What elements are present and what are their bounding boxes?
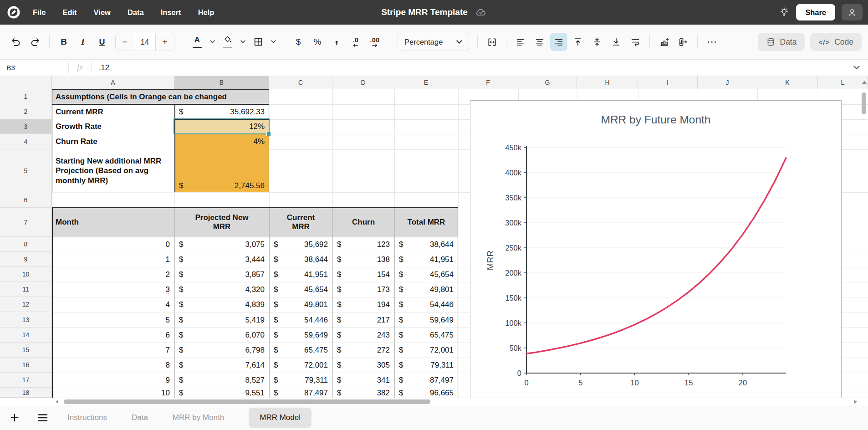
align-top-button[interactable] bbox=[569, 33, 587, 51]
column-header-F[interactable]: F bbox=[458, 76, 518, 89]
more-tools-button[interactable]: ⋯ bbox=[703, 33, 720, 51]
cell-A12[interactable]: 4 bbox=[52, 297, 174, 312]
cell-D9[interactable]: $138 bbox=[332, 252, 394, 267]
cell-B12[interactable]: $4,839 bbox=[174, 297, 269, 312]
font-size-decrease-button[interactable]: − bbox=[116, 33, 134, 51]
cell-C15[interactable]: $65,475 bbox=[269, 343, 332, 358]
column-header-A[interactable]: A bbox=[52, 76, 174, 89]
menu-file[interactable]: File bbox=[33, 8, 46, 17]
align-right-button[interactable] bbox=[550, 33, 567, 51]
cell-D8[interactable]: $123 bbox=[332, 237, 394, 252]
sheet-tab-mrr-by-month[interactable]: MRR by Month bbox=[173, 413, 224, 422]
cell-E17[interactable]: $87,497 bbox=[394, 373, 458, 388]
cell-D10[interactable]: $154 bbox=[332, 267, 394, 282]
cell-A18[interactable]: 10 bbox=[52, 388, 174, 398]
row-header-18[interactable]: 18 bbox=[0, 388, 52, 398]
menu-help[interactable]: Help bbox=[198, 8, 214, 17]
row-header-10[interactable]: 10 bbox=[0, 267, 52, 282]
row-header-6[interactable]: 6 bbox=[0, 192, 52, 208]
borders-dropdown[interactable] bbox=[269, 33, 278, 51]
row-header-11[interactable]: 11 bbox=[0, 282, 52, 297]
row-header-1[interactable]: 1 bbox=[0, 89, 52, 104]
currency-format-button[interactable]: $ bbox=[290, 33, 307, 51]
cell-E9[interactable]: $41,951 bbox=[394, 252, 458, 267]
cell-D12[interactable]: $194 bbox=[332, 297, 394, 312]
fill-color-dropdown[interactable] bbox=[238, 33, 248, 51]
cell-C12[interactable]: $49,801 bbox=[269, 297, 332, 312]
cell-A4[interactable]: Churn Rate bbox=[52, 134, 174, 149]
cell-C16[interactable]: $72,001 bbox=[269, 358, 332, 373]
menu-view[interactable]: View bbox=[94, 8, 111, 17]
column-header-L[interactable]: L bbox=[818, 76, 868, 89]
cell-B2[interactable]: $35,692.33 bbox=[174, 104, 269, 119]
row-header-9[interactable]: 9 bbox=[0, 252, 52, 267]
menu-data[interactable]: Data bbox=[128, 8, 144, 17]
chart-panel[interactable]: MRR by Future Month 050k100k150k200k250k… bbox=[470, 100, 842, 398]
cell-B5[interactable]: $2,745.56 bbox=[174, 149, 269, 192]
cell-B11[interactable]: $4,320 bbox=[174, 282, 269, 297]
cell-A3[interactable]: Growth Rate bbox=[52, 119, 174, 134]
row-header-16[interactable]: 16 bbox=[0, 358, 52, 373]
text-color-button[interactable]: A bbox=[189, 33, 206, 51]
row-header-3[interactable]: 3 bbox=[0, 119, 52, 134]
row-header-4[interactable]: 4 bbox=[0, 134, 52, 149]
cell-A17[interactable]: 9 bbox=[52, 373, 174, 388]
column-header-J[interactable]: J bbox=[698, 76, 757, 89]
share-button[interactable]: Share bbox=[796, 4, 835, 20]
table-header-month[interactable]: Month bbox=[52, 208, 174, 237]
cell-A11[interactable]: 3 bbox=[52, 282, 174, 297]
cell-C10[interactable]: $41,951 bbox=[269, 267, 332, 282]
lightbulb-icon[interactable] bbox=[779, 7, 790, 18]
column-header-E[interactable]: E bbox=[394, 76, 458, 89]
pivot-table-button[interactable] bbox=[674, 33, 692, 51]
column-header-G[interactable]: G bbox=[518, 76, 577, 89]
comma-format-button[interactable]: , bbox=[328, 33, 345, 51]
undo-button[interactable] bbox=[7, 33, 25, 51]
column-header-I[interactable]: I bbox=[638, 76, 698, 89]
cell-D15[interactable]: $272 bbox=[332, 343, 394, 358]
cell-E15[interactable]: $72,001 bbox=[394, 343, 458, 358]
cell-B9[interactable]: $3,444 bbox=[174, 252, 269, 267]
table-header-col4[interactable]: Total MRR bbox=[394, 208, 458, 237]
row-header-17[interactable]: 17 bbox=[0, 373, 52, 388]
cell-B15[interactable]: $6,798 bbox=[174, 343, 269, 358]
select-all-corner[interactable] bbox=[0, 76, 52, 89]
cell-A9[interactable]: 1 bbox=[52, 252, 174, 267]
cell-B8[interactable]: $3,075 bbox=[174, 237, 269, 252]
borders-button[interactable] bbox=[250, 33, 267, 51]
document-title[interactable]: Stripe MRR Template bbox=[381, 7, 468, 17]
add-sheet-button[interactable] bbox=[8, 411, 21, 424]
row-header-15[interactable]: 15 bbox=[0, 343, 52, 358]
fill-color-button[interactable] bbox=[219, 33, 236, 51]
column-header-K[interactable]: K bbox=[757, 76, 818, 89]
vertical-scrollbar-thumb[interactable] bbox=[862, 92, 866, 114]
font-size-value[interactable]: 14 bbox=[134, 33, 156, 51]
row-header-14[interactable]: 14 bbox=[0, 328, 52, 343]
cell-E14[interactable]: $65,475 bbox=[394, 328, 458, 343]
horizontal-scrollbar-thumb[interactable] bbox=[64, 399, 430, 404]
bold-button[interactable]: B bbox=[55, 33, 72, 51]
text-wrap-button[interactable] bbox=[627, 33, 644, 51]
cell-A16[interactable]: 8 bbox=[52, 358, 174, 373]
column-header-D[interactable]: D bbox=[332, 76, 394, 89]
cell-A13[interactable]: 5 bbox=[52, 312, 174, 328]
merge-cells-button[interactable] bbox=[483, 33, 500, 51]
selection-fill-handle[interactable] bbox=[266, 132, 271, 136]
table-header-col3[interactable]: Churn bbox=[332, 208, 394, 237]
row-header-2[interactable]: 2 bbox=[0, 104, 52, 119]
sheet-list-button[interactable] bbox=[36, 411, 49, 424]
cell-A14[interactable]: 6 bbox=[52, 328, 174, 343]
cell-C8[interactable]: $35,692 bbox=[269, 237, 332, 252]
code-panel-button[interactable]: </> Code bbox=[810, 33, 862, 51]
cell-E12[interactable]: $54,446 bbox=[394, 297, 458, 312]
cell-B10[interactable]: $3,857 bbox=[174, 267, 269, 282]
table-header-col2[interactable]: Current MRR bbox=[269, 208, 332, 237]
cell-D18[interactable]: $382 bbox=[332, 388, 394, 398]
cell-C9[interactable]: $38,644 bbox=[269, 252, 332, 267]
align-left-button[interactable] bbox=[512, 33, 529, 51]
row-header-8[interactable]: 8 bbox=[0, 237, 52, 252]
cell-B4[interactable]: 4% bbox=[174, 134, 269, 149]
cell-B3[interactable]: 12% bbox=[174, 119, 269, 134]
decrease-decimal-button[interactable]: .0 bbox=[347, 33, 364, 51]
cell-D11[interactable]: $173 bbox=[332, 282, 394, 297]
